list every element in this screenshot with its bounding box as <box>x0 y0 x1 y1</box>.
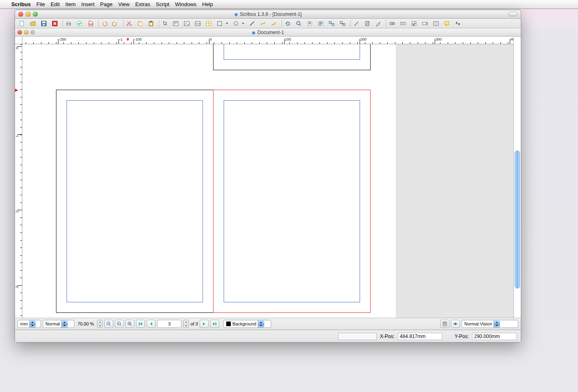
pdf-button-field-icon[interactable]: OK <box>388 19 397 28</box>
horizontal-ruler[interactable]: -250-1-1000100200300400▼ <box>22 37 513 44</box>
undo-icon[interactable] <box>100 19 109 28</box>
next-page-button[interactable] <box>200 320 209 328</box>
story-editor-icon[interactable] <box>316 19 325 28</box>
app-menu[interactable]: Scribus <box>11 1 31 7</box>
close-window-button[interactable] <box>18 12 23 17</box>
minimize-window-button[interactable] <box>26 12 30 17</box>
menu-page[interactable]: Page <box>100 1 112 7</box>
cut-icon[interactable] <box>125 19 134 28</box>
select-tool-icon[interactable] <box>160 19 169 28</box>
zoom-reset-button[interactable]: 1 <box>115 320 124 328</box>
pdf-listbox-field-icon[interactable] <box>431 19 440 28</box>
rotate-tool-icon[interactable] <box>283 19 292 28</box>
shape-tool-dropdown-icon[interactable] <box>224 19 229 28</box>
window-title: ◉Scribus 1.3.8 - [Document-1] <box>15 11 521 17</box>
copy-properties-icon[interactable] <box>363 19 372 28</box>
scribus-doc-icon: ◉ <box>252 30 256 35</box>
svg-rect-15 <box>150 22 152 25</box>
current-page-input[interactable]: 3 <box>157 320 181 328</box>
unit-selector[interactable]: mm <box>17 320 41 328</box>
vision-mode-selector[interactable]: Normal Vision <box>462 320 518 328</box>
menu-windows[interactable]: Windows <box>175 1 196 7</box>
close-document-icon[interactable] <box>50 19 59 28</box>
svg-rect-2 <box>42 22 45 23</box>
canvas[interactable] <box>22 44 513 318</box>
pdf-annotation-link-icon[interactable] <box>453 19 462 28</box>
zoom-in-button[interactable] <box>125 320 134 328</box>
preflight-icon[interactable] <box>75 19 84 28</box>
pdf-annotation-text-icon[interactable] <box>442 19 451 28</box>
open-document-icon[interactable] <box>28 19 37 28</box>
menu-script[interactable]: Script <box>156 1 169 7</box>
toolbar-separator <box>123 20 123 27</box>
page-1-right[interactable] <box>213 44 371 70</box>
ruler-origin-corner[interactable] <box>15 37 22 44</box>
view-mode-selector[interactable]: Normal <box>43 320 74 328</box>
line-tool-icon[interactable] <box>248 19 257 28</box>
menu-file[interactable]: File <box>37 1 45 7</box>
measure-tool-icon[interactable] <box>352 19 361 28</box>
svg-rect-6 <box>67 22 70 23</box>
menu-help[interactable]: Help <box>202 1 213 7</box>
polygon-tool-icon[interactable] <box>231 19 240 28</box>
table-tool-icon[interactable] <box>204 19 213 28</box>
out-of-page-area <box>396 44 513 318</box>
canvas-viewport[interactable] <box>22 44 513 318</box>
export-pdf-icon[interactable]: PDF <box>86 19 95 28</box>
menu-insert[interactable]: Insert <box>81 1 95 7</box>
layer-selector[interactable]: Background <box>223 320 271 328</box>
unlink-frames-icon[interactable] <box>338 19 347 28</box>
zoom-window-button[interactable] <box>33 12 38 17</box>
stepper-cap-icon <box>258 320 264 327</box>
svg-rect-30 <box>343 24 345 26</box>
shape-tool-icon[interactable] <box>215 19 224 28</box>
svg-point-47 <box>455 323 456 325</box>
first-page-button[interactable] <box>136 320 145 328</box>
window-titlebar[interactable]: ◉Scribus 1.3.8 - [Document-1] <box>15 10 521 19</box>
minimize-document-window-button[interactable] <box>24 30 28 34</box>
layer-selector-label: Background <box>233 321 257 326</box>
print-icon[interactable] <box>64 19 73 28</box>
zoom-document-window-button[interactable] <box>30 30 35 34</box>
polygon-tool-dropdown-icon[interactable] <box>241 19 246 28</box>
freehand-tool-icon[interactable] <box>270 19 278 28</box>
app-window: ◉Scribus 1.3.8 - [Document-1] PDF TeX <box>15 10 521 342</box>
toggle-preview-button[interactable] <box>451 320 460 328</box>
zoom-out-button[interactable] <box>104 320 113 328</box>
menu-view[interactable]: View <box>118 1 129 7</box>
zoom-stepper[interactable]: ▲▼ <box>97 320 103 328</box>
pdf-checkbox-field-icon[interactable] <box>410 19 418 28</box>
bezier-tool-icon[interactable] <box>259 19 267 28</box>
paste-icon[interactable] <box>147 19 155 28</box>
menu-item[interactable]: Item <box>65 1 75 7</box>
menu-edit[interactable]: Edit <box>51 1 60 7</box>
close-document-window-button[interactable] <box>17 30 22 34</box>
vertical-ruler[interactable]: 0123▶ <box>15 44 22 318</box>
text-frame-tool-icon[interactable] <box>171 19 180 28</box>
pdf-combobox-field-icon[interactable] <box>421 19 429 28</box>
page-2-left[interactable] <box>56 90 214 313</box>
edit-contents-tool-icon[interactable] <box>305 19 314 28</box>
render-frame-tool-icon[interactable]: TeX <box>193 19 202 28</box>
toolbar-toggle-pill[interactable] <box>509 12 518 16</box>
page-3-right-active[interactable] <box>213 90 371 313</box>
svg-rect-27 <box>329 22 331 24</box>
new-document-icon[interactable] <box>17 19 26 28</box>
redo-icon[interactable] <box>111 19 120 28</box>
toggle-color-mgmt-button[interactable] <box>440 320 449 328</box>
save-document-icon[interactable] <box>39 19 48 28</box>
pdf-text-field-icon[interactable] <box>399 19 408 28</box>
prev-page-button[interactable] <box>147 320 155 328</box>
eyedropper-tool-icon[interactable] <box>374 19 383 28</box>
vertical-scrollbar-thumb[interactable] <box>515 151 520 289</box>
toolbar-separator <box>386 20 386 27</box>
page-stepper[interactable]: ▲▼ <box>183 320 189 328</box>
vertical-scrollbar[interactable] <box>513 37 521 318</box>
zoom-tool-icon[interactable] <box>294 19 303 28</box>
last-page-button[interactable] <box>210 320 219 328</box>
link-frames-icon[interactable] <box>327 19 336 28</box>
copy-icon[interactable] <box>136 19 144 28</box>
image-frame-tool-icon[interactable] <box>182 19 191 28</box>
menu-extras[interactable]: Extras <box>135 1 150 7</box>
document-titlebar[interactable]: ◉Document-1 <box>15 28 521 37</box>
